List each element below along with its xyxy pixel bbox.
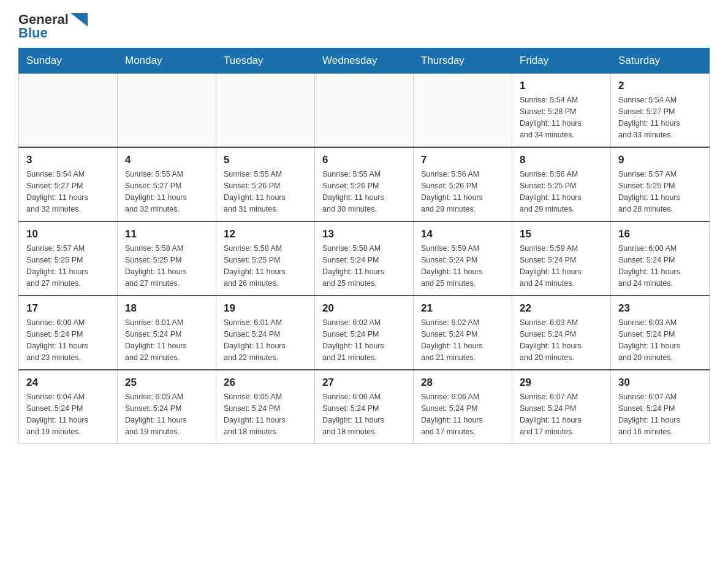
day-info: Sunrise: 5:55 AMSunset: 5:27 PMDaylight:… (125, 169, 208, 215)
day-number: 22 (520, 302, 603, 315)
day-number: 29 (520, 377, 603, 389)
logo-blue: Blue (18, 26, 88, 40)
day-number: 30 (618, 377, 702, 389)
day-info: Sunrise: 5:55 AMSunset: 5:26 PMDaylight:… (224, 169, 307, 215)
day-info: Sunrise: 5:56 AMSunset: 5:25 PMDaylight:… (520, 169, 603, 215)
calendar-cell (216, 74, 315, 148)
day-number: 7 (421, 154, 504, 166)
day-number: 16 (618, 228, 702, 240)
day-info: Sunrise: 6:05 AMSunset: 5:24 PMDaylight:… (224, 391, 307, 437)
day-number: 17 (26, 302, 110, 315)
day-info: Sunrise: 6:02 AMSunset: 5:24 PMDaylight:… (421, 317, 504, 363)
day-number: 13 (322, 228, 406, 240)
calendar-cell: 6Sunrise: 5:55 AMSunset: 5:26 PMDaylight… (315, 147, 414, 221)
weekday-header-tuesday: Tuesday (216, 48, 315, 74)
day-info: Sunrise: 5:58 AMSunset: 5:24 PMDaylight:… (322, 243, 406, 289)
day-number: 28 (421, 377, 504, 389)
day-info: Sunrise: 5:59 AMSunset: 5:24 PMDaylight:… (421, 243, 504, 289)
day-info: Sunrise: 5:58 AMSunset: 5:25 PMDaylight:… (224, 243, 307, 289)
weekday-header-sunday: Sunday (19, 48, 118, 74)
day-number: 1 (520, 80, 603, 92)
logo: General Blue (18, 12, 88, 40)
day-info: Sunrise: 6:00 AMSunset: 5:24 PMDaylight:… (26, 317, 110, 363)
calendar-cell (118, 74, 216, 148)
day-number: 9 (618, 154, 702, 166)
calendar-cell: 28Sunrise: 6:06 AMSunset: 5:24 PMDayligh… (414, 370, 512, 444)
calendar-cell: 27Sunrise: 6:06 AMSunset: 5:24 PMDayligh… (315, 370, 414, 444)
calendar-row-1: 3Sunrise: 5:54 AMSunset: 5:27 PMDaylight… (19, 147, 710, 221)
calendar-cell: 1Sunrise: 5:54 AMSunset: 5:28 PMDaylight… (512, 74, 611, 148)
calendar-table: SundayMondayTuesdayWednesdayThursdayFrid… (18, 48, 710, 444)
day-info: Sunrise: 6:07 AMSunset: 5:24 PMDaylight:… (618, 391, 702, 437)
logo-triangle-icon (70, 13, 88, 26)
calendar-cell: 25Sunrise: 6:05 AMSunset: 5:24 PMDayligh… (118, 370, 216, 444)
day-info: Sunrise: 5:54 AMSunset: 5:27 PMDaylight:… (26, 169, 110, 215)
calendar-cell: 3Sunrise: 5:54 AMSunset: 5:27 PMDaylight… (19, 147, 118, 221)
day-number: 20 (322, 302, 406, 315)
day-info: Sunrise: 6:06 AMSunset: 5:24 PMDaylight:… (421, 391, 504, 437)
day-info: Sunrise: 5:58 AMSunset: 5:25 PMDaylight:… (125, 243, 208, 289)
day-info: Sunrise: 6:06 AMSunset: 5:24 PMDaylight:… (322, 391, 406, 437)
calendar-cell: 2Sunrise: 5:54 AMSunset: 5:27 PMDaylight… (611, 74, 710, 148)
calendar-cell (315, 74, 414, 148)
day-info: Sunrise: 5:54 AMSunset: 5:27 PMDaylight:… (618, 94, 702, 140)
day-info: Sunrise: 6:04 AMSunset: 5:24 PMDaylight:… (26, 391, 110, 437)
calendar-cell: 5Sunrise: 5:55 AMSunset: 5:26 PMDaylight… (216, 147, 315, 221)
day-number: 2 (618, 80, 702, 92)
calendar-row-2: 10Sunrise: 5:57 AMSunset: 5:25 PMDayligh… (19, 221, 710, 296)
calendar-cell: 22Sunrise: 6:03 AMSunset: 5:24 PMDayligh… (512, 296, 611, 370)
day-number: 5 (224, 154, 307, 166)
day-number: 26 (224, 377, 307, 389)
calendar-cell: 30Sunrise: 6:07 AMSunset: 5:24 PMDayligh… (611, 370, 710, 444)
day-number: 4 (125, 154, 208, 166)
day-number: 23 (618, 302, 702, 315)
day-info: Sunrise: 6:07 AMSunset: 5:24 PMDaylight:… (520, 391, 603, 437)
calendar-row-0: 1Sunrise: 5:54 AMSunset: 5:28 PMDaylight… (19, 74, 710, 148)
day-info: Sunrise: 6:01 AMSunset: 5:24 PMDaylight:… (125, 317, 208, 363)
day-info: Sunrise: 6:00 AMSunset: 5:24 PMDaylight:… (618, 243, 702, 289)
weekday-header-saturday: Saturday (611, 48, 710, 74)
day-info: Sunrise: 6:03 AMSunset: 5:24 PMDaylight:… (618, 317, 702, 363)
calendar-cell: 4Sunrise: 5:55 AMSunset: 5:27 PMDaylight… (118, 147, 216, 221)
calendar-cell (414, 74, 512, 148)
day-info: Sunrise: 6:03 AMSunset: 5:24 PMDaylight:… (520, 317, 603, 363)
weekday-header-monday: Monday (118, 48, 216, 74)
day-number: 25 (125, 377, 208, 389)
calendar-cell: 24Sunrise: 6:04 AMSunset: 5:24 PMDayligh… (19, 370, 118, 444)
calendar-cell: 17Sunrise: 6:00 AMSunset: 5:24 PMDayligh… (19, 296, 118, 370)
calendar-cell: 9Sunrise: 5:57 AMSunset: 5:25 PMDaylight… (611, 147, 710, 221)
calendar-cell: 18Sunrise: 6:01 AMSunset: 5:24 PMDayligh… (118, 296, 216, 370)
calendar-cell: 23Sunrise: 6:03 AMSunset: 5:24 PMDayligh… (611, 296, 710, 370)
calendar-cell: 15Sunrise: 5:59 AMSunset: 5:24 PMDayligh… (512, 221, 611, 296)
day-info: Sunrise: 5:54 AMSunset: 5:28 PMDaylight:… (520, 94, 603, 140)
day-info: Sunrise: 6:01 AMSunset: 5:24 PMDaylight:… (224, 317, 307, 363)
day-info: Sunrise: 5:59 AMSunset: 5:24 PMDaylight:… (520, 243, 603, 289)
calendar-cell: 20Sunrise: 6:02 AMSunset: 5:24 PMDayligh… (315, 296, 414, 370)
calendar-cell: 14Sunrise: 5:59 AMSunset: 5:24 PMDayligh… (414, 221, 512, 296)
day-info: Sunrise: 5:56 AMSunset: 5:26 PMDaylight:… (421, 169, 504, 215)
calendar-cell: 13Sunrise: 5:58 AMSunset: 5:24 PMDayligh… (315, 221, 414, 296)
day-number: 18 (125, 302, 208, 315)
day-info: Sunrise: 6:02 AMSunset: 5:24 PMDaylight:… (322, 317, 406, 363)
day-number: 14 (421, 228, 504, 240)
weekday-header-wednesday: Wednesday (315, 48, 414, 74)
calendar-cell: 8Sunrise: 5:56 AMSunset: 5:25 PMDaylight… (512, 147, 611, 221)
calendar-row-4: 24Sunrise: 6:04 AMSunset: 5:24 PMDayligh… (19, 370, 710, 444)
calendar-cell: 26Sunrise: 6:05 AMSunset: 5:24 PMDayligh… (216, 370, 315, 444)
calendar-row-3: 17Sunrise: 6:00 AMSunset: 5:24 PMDayligh… (19, 296, 710, 370)
day-number: 6 (322, 154, 406, 166)
calendar-cell: 7Sunrise: 5:56 AMSunset: 5:26 PMDaylight… (414, 147, 512, 221)
calendar-cell: 29Sunrise: 6:07 AMSunset: 5:24 PMDayligh… (512, 370, 611, 444)
svg-marker-0 (70, 13, 88, 26)
day-number: 11 (125, 228, 208, 240)
page-header: General Blue (18, 12, 710, 40)
day-info: Sunrise: 5:57 AMSunset: 5:25 PMDaylight:… (26, 243, 110, 289)
day-number: 15 (520, 228, 603, 240)
day-number: 3 (26, 154, 110, 166)
day-info: Sunrise: 6:05 AMSunset: 5:24 PMDaylight:… (125, 391, 208, 437)
calendar-cell: 10Sunrise: 5:57 AMSunset: 5:25 PMDayligh… (19, 221, 118, 296)
day-info: Sunrise: 5:55 AMSunset: 5:26 PMDaylight:… (322, 169, 406, 215)
calendar-cell: 11Sunrise: 5:58 AMSunset: 5:25 PMDayligh… (118, 221, 216, 296)
weekday-header-thursday: Thursday (414, 48, 512, 74)
day-number: 27 (322, 377, 406, 389)
